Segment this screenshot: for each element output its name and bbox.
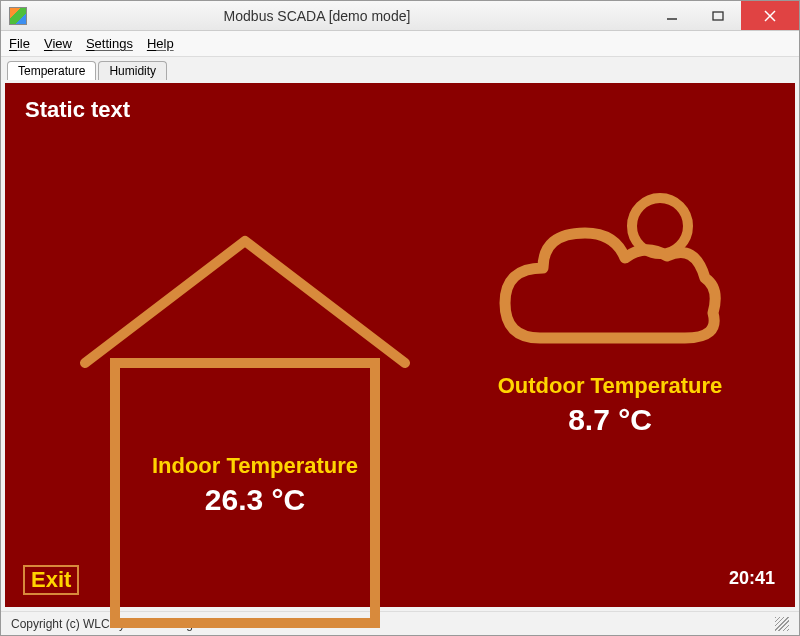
static-text-label: Static text — [25, 97, 130, 123]
clock-display: 20:41 — [729, 568, 775, 589]
window-controls — [649, 1, 799, 30]
maximize-icon — [712, 10, 724, 22]
close-icon — [764, 10, 776, 22]
window-title: Modbus SCADA [demo mode] — [0, 8, 649, 24]
house-icon — [75, 213, 415, 636]
minimize-button[interactable] — [649, 1, 695, 30]
indoor-temperature-group: Indoor Temperature 26.3 °C — [115, 453, 395, 517]
outdoor-temperature-label: Outdoor Temperature — [480, 373, 740, 399]
app-window: Modbus SCADA [demo mode] File View Setti… — [0, 0, 800, 636]
exit-button[interactable]: Exit — [23, 565, 79, 595]
tab-label: Temperature — [18, 64, 85, 78]
menu-file[interactable]: File — [9, 36, 30, 51]
tab-label: Humidity — [109, 64, 156, 78]
svg-rect-1 — [713, 12, 723, 20]
minimize-icon — [666, 10, 678, 22]
resize-grip-icon[interactable] — [775, 617, 789, 631]
exit-button-label: Exit — [31, 567, 71, 592]
menu-settings[interactable]: Settings — [86, 36, 133, 51]
canvas-container: Static text Indoor Temperature 26.3 °C O… — [1, 79, 799, 611]
maximize-button[interactable] — [695, 1, 741, 30]
outdoor-temperature-group: Outdoor Temperature 8.7 °C — [480, 373, 740, 437]
titlebar: Modbus SCADA [demo mode] — [1, 1, 799, 31]
menu-view[interactable]: View — [44, 36, 72, 51]
tabbar: Temperature Humidity — [1, 57, 799, 79]
scada-canvas: Static text Indoor Temperature 26.3 °C O… — [5, 83, 795, 607]
outdoor-temperature-value: 8.7 °C — [480, 403, 740, 437]
tab-humidity[interactable]: Humidity — [98, 61, 167, 80]
indoor-temperature-label: Indoor Temperature — [115, 453, 395, 479]
close-button[interactable] — [741, 1, 799, 30]
tab-temperature[interactable]: Temperature — [7, 61, 96, 80]
menu-help[interactable]: Help — [147, 36, 174, 51]
cloud-sun-icon — [495, 188, 725, 368]
indoor-temperature-value: 26.3 °C — [115, 483, 395, 517]
menubar: File View Settings Help — [1, 31, 799, 57]
